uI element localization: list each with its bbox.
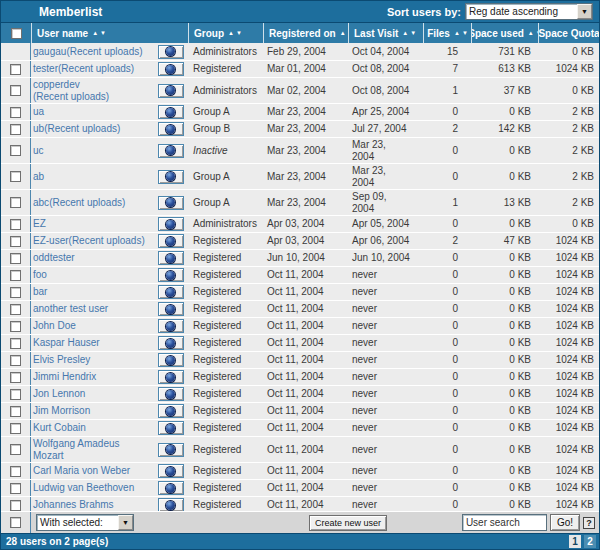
page-number-link[interactable]: 2 [584, 535, 596, 548]
recent-uploads-link[interactable]: (Recent uploads) [44, 123, 120, 135]
profile-button[interactable] [158, 319, 184, 333]
profile-button[interactable] [158, 370, 184, 384]
user-link[interactable]: Elvis Presley [33, 354, 90, 366]
row-checkbox[interactable] [10, 423, 21, 434]
row-checkbox[interactable] [10, 64, 21, 75]
sort-users-select[interactable]: Reg date ascending ▼ [465, 3, 593, 20]
profile-button[interactable] [158, 144, 184, 158]
row-checkbox[interactable] [10, 85, 21, 96]
user-link[interactable]: foo [33, 269, 47, 281]
sort-asc-icon[interactable]: ▲ [528, 30, 534, 36]
user-link[interactable]: Johannes Brahms [33, 499, 114, 511]
recent-uploads-link[interactable]: (Recent uploads) [58, 63, 134, 75]
row-checkbox[interactable] [10, 304, 21, 315]
row-checkbox[interactable] [10, 124, 21, 135]
row-checkbox[interactable] [10, 389, 21, 400]
profile-button[interactable] [158, 285, 184, 299]
profile-button[interactable] [158, 105, 184, 119]
sort-asc-icon[interactable]: ▲ [402, 30, 408, 36]
profile-button[interactable] [158, 170, 184, 184]
profile-button[interactable] [158, 268, 184, 282]
sort-desc-icon[interactable]: ▼ [100, 30, 106, 36]
recent-uploads-link[interactable]: (Recent uploads) [33, 91, 109, 103]
profile-button[interactable] [158, 302, 184, 316]
row-checkbox[interactable] [10, 219, 21, 230]
row-checkbox[interactable] [10, 270, 21, 281]
user-link[interactable]: abc [33, 197, 49, 209]
row-checkbox[interactable] [10, 197, 21, 208]
row-checkbox[interactable] [10, 107, 21, 118]
sort-asc-icon[interactable]: ▲ [228, 30, 234, 36]
profile-button[interactable] [158, 421, 184, 435]
user-link[interactable]: copperdev [33, 79, 80, 91]
profile-button[interactable] [158, 84, 184, 98]
user-link[interactable]: Kurt Cobain [33, 422, 86, 434]
row-checkbox[interactable] [10, 145, 21, 156]
user-link[interactable]: oddtester [33, 252, 75, 264]
user-link[interactable]: bar [33, 286, 47, 298]
profile-button[interactable] [158, 217, 184, 231]
search-go-button[interactable]: Go! [550, 514, 580, 531]
sort-asc-icon[interactable]: ▲ [340, 30, 346, 36]
sort-asc-icon[interactable]: ▲ [454, 30, 460, 36]
user-link[interactable]: EZ [33, 218, 46, 230]
user-link[interactable]: ub [33, 123, 44, 135]
create-new-user-button[interactable]: Create new user [309, 515, 387, 531]
row-checkbox[interactable] [10, 338, 21, 349]
sort-desc-icon[interactable]: ▼ [236, 30, 242, 36]
profile-button[interactable] [158, 481, 184, 495]
user-link[interactable]: Jimmi Hendrix [33, 371, 96, 383]
user-link[interactable]: Carl Maria von Weber [33, 465, 130, 477]
row-checkbox[interactable] [10, 287, 21, 298]
row-checkbox[interactable] [10, 355, 21, 366]
row-checkbox[interactable] [10, 483, 21, 494]
row-checkbox[interactable] [10, 466, 21, 477]
user-link[interactable]: Ludwig van Beethoven [33, 482, 134, 494]
sort-desc-icon[interactable]: ▼ [410, 30, 416, 36]
help-icon[interactable]: ? [583, 517, 595, 529]
profile-button[interactable] [158, 62, 184, 76]
user-link[interactable]: another test user [33, 303, 108, 315]
user-search-input[interactable] [462, 514, 547, 531]
sort-desc-icon[interactable]: ▼ [462, 30, 468, 36]
user-link[interactable]: EZ-user [33, 235, 69, 247]
user-link[interactable]: Jon Lennon [33, 388, 85, 400]
column-header-username[interactable]: User name ▲▼ [31, 23, 188, 43]
recent-uploads-link[interactable]: (Recent uploads) [69, 235, 145, 247]
row-checkbox[interactable] [10, 444, 21, 455]
column-header-space-used[interactable]: Space used ▲▼ [471, 23, 538, 43]
user-link[interactable]: John Doe [33, 320, 76, 332]
profile-button[interactable] [158, 464, 184, 478]
sort-asc-icon[interactable]: ▲ [92, 30, 98, 36]
recent-uploads-link[interactable]: (Recent uploads) [66, 46, 142, 58]
row-checkbox[interactable] [10, 406, 21, 417]
row-checkbox[interactable] [10, 253, 21, 264]
user-link[interactable]: Kaspar Hauser [33, 337, 100, 349]
column-header-registered[interactable]: Registered on ▲▼ [263, 23, 348, 43]
profile-button[interactable] [158, 122, 184, 136]
user-link[interactable]: ua [33, 106, 44, 118]
profile-button[interactable] [158, 387, 184, 401]
profile-button[interactable] [158, 196, 184, 210]
profile-button[interactable] [158, 498, 184, 511]
recent-uploads-link[interactable]: (Recent uploads) [49, 197, 125, 209]
user-link[interactable]: uc [33, 145, 44, 157]
select-all-checkbox[interactable] [11, 28, 22, 39]
user-link[interactable]: gaugau [33, 46, 66, 58]
row-checkbox[interactable] [10, 171, 21, 182]
user-link[interactable]: ab [33, 171, 44, 183]
column-header-files[interactable]: Files ▲▼ [423, 23, 471, 43]
profile-button[interactable] [158, 353, 184, 367]
profile-button[interactable] [158, 443, 184, 457]
column-header-group[interactable]: Group ▲▼ [188, 23, 263, 43]
row-checkbox[interactable] [10, 236, 21, 247]
column-header-last-visit[interactable]: Last Visit ▲▼ [348, 23, 423, 43]
profile-button[interactable] [158, 251, 184, 265]
with-selected-select[interactable]: With selected: ▼ [36, 514, 134, 531]
profile-button[interactable] [158, 234, 184, 248]
row-checkbox[interactable] [10, 321, 21, 332]
profile-button[interactable] [158, 404, 184, 418]
user-link[interactable]: tester [33, 63, 58, 75]
user-link[interactable]: Wolfgang Amadeus Mozart [33, 438, 120, 462]
profile-button[interactable] [158, 336, 184, 350]
